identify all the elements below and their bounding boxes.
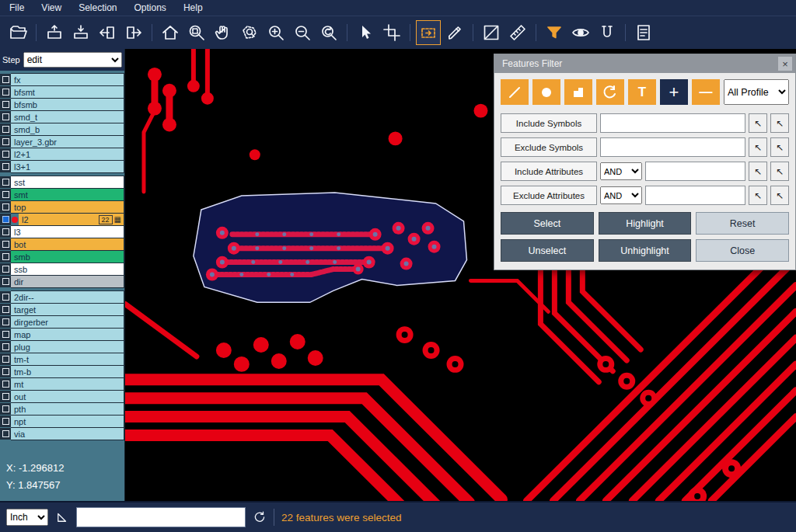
layer-name-cell[interactable]: plug ▦ — [11, 340, 124, 353]
layer-row[interactable]: smd_t ▦ — [0, 111, 124, 123]
layer-name-cell[interactable]: l3+1 ▦ — [11, 160, 124, 173]
highlight-view-button[interactable] — [569, 21, 592, 44]
menu-item-file[interactable]: File — [9, 2, 24, 13]
layer-name-cell[interactable]: sst ▦ — [11, 176, 124, 189]
layer-name-cell[interactable]: target ▦ — [11, 303, 124, 316]
layer-visibility-checkbox[interactable] — [0, 276, 11, 287]
layer-name-cell[interactable]: npt ▦ — [11, 415, 124, 428]
import-down-button[interactable] — [69, 21, 93, 44]
menu-item-help[interactable]: Help — [183, 2, 203, 13]
layer-row[interactable]: smd_b ▦ — [0, 123, 124, 135]
angle-tool-icon[interactable] — [55, 510, 69, 524]
zoom-out-button[interactable] — [291, 21, 314, 44]
layer-name-cell[interactable]: fx ▦ — [11, 73, 124, 86]
layer-row[interactable]: out ▦ — [0, 391, 124, 402]
layer-name-cell[interactable]: l2+1 ▦ — [11, 148, 124, 161]
layer-row[interactable]: bot ▦ — [0, 238, 124, 250]
exclude-attributes-button[interactable]: Exclude Attributes — [501, 186, 597, 205]
layer-row[interactable]: l3 ▦ — [0, 226, 124, 238]
pick-symbol-button[interactable]: ↖ — [749, 113, 767, 133]
include-attributes-logic-select[interactable]: AND — [600, 162, 642, 180]
open-file-button[interactable] — [6, 21, 30, 44]
exclude-symbols-button[interactable]: Exclude Symbols — [501, 137, 597, 157]
line-feature-button[interactable] — [501, 79, 529, 105]
reset-button[interactable]: Reset — [696, 212, 789, 235]
pick-attribute-add-button[interactable]: ↖ — [770, 186, 789, 205]
layer-visibility-checkbox[interactable] — [0, 74, 11, 85]
layer-visibility-checkbox[interactable] — [0, 403, 11, 415]
layer-visibility-checkbox[interactable] — [0, 136, 11, 148]
arc-feature-button[interactable] — [596, 79, 624, 105]
layer-row[interactable]: tm-b ▦ — [0, 366, 124, 377]
exclude-attributes-logic-select[interactable]: AND — [600, 186, 642, 204]
surface-feature-button[interactable] — [564, 79, 592, 105]
layer-row[interactable]: pth ▦ — [0, 403, 124, 415]
layer-name-cell[interactable]: layer_3.gbr ▦ — [11, 135, 124, 148]
layer-visibility-checkbox[interactable] — [0, 341, 11, 353]
layer-name-cell[interactable]: smb ▦ — [11, 250, 124, 263]
layer-visibility-checkbox[interactable] — [0, 353, 11, 365]
layer-name-cell[interactable]: smd_b ▦ — [11, 123, 124, 136]
layer-row[interactable]: top ▦ — [0, 201, 124, 213]
layer-visibility-checkbox[interactable] — [0, 378, 11, 390]
pcb-canvas[interactable]: Features Filter × T + — All Profile Incl… — [125, 49, 796, 501]
include-attributes-input[interactable] — [645, 162, 745, 181]
layer-name-cell[interactable]: pth ▦ — [11, 402, 124, 416]
layer-row[interactable]: ssb ▦ — [0, 263, 124, 275]
layer-visibility-checkbox[interactable] — [0, 123, 11, 135]
layer-row[interactable]: fx ▦ — [0, 74, 124, 85]
filter-button[interactable] — [543, 21, 566, 44]
exclude-symbols-input[interactable] — [600, 137, 745, 157]
dialog-title-bar[interactable]: Features Filter × — [494, 54, 795, 73]
layer-name-cell[interactable]: 2dir-- ▦ — [11, 290, 124, 304]
step-select[interactable]: edit — [23, 52, 122, 68]
layer-name-cell[interactable]: via ▦ — [11, 427, 124, 440]
layer-visibility-checkbox[interactable] — [0, 428, 11, 440]
layer-visibility-checkbox[interactable] — [0, 99, 11, 110]
layer-row[interactable]: map ▦ — [0, 329, 124, 340]
layer-row[interactable]: tm-t ▦ — [0, 353, 124, 365]
layer-visibility-checkbox[interactable] — [0, 86, 11, 98]
dialog-close-button[interactable]: × — [778, 57, 792, 71]
layer-visibility-checkbox[interactable] — [0, 291, 11, 303]
measure-button[interactable] — [480, 21, 503, 44]
pick-attribute-button[interactable]: ↖ — [749, 186, 767, 205]
layer-visibility-checkbox[interactable] — [0, 329, 11, 340]
home-view-button[interactable] — [159, 21, 182, 44]
layer-name-cell[interactable]: l2 22 ▦ — [19, 213, 124, 226]
menu-item-options[interactable]: Options — [134, 2, 166, 13]
layer-row[interactable]: via ▦ — [0, 428, 124, 440]
brush-button[interactable] — [443, 21, 466, 44]
command-input[interactable] — [76, 507, 246, 527]
layer-row[interactable]: npt ▦ — [0, 416, 124, 427]
profile-select[interactable]: All Profile — [724, 79, 789, 105]
layer-name-cell[interactable]: l3 ▦ — [11, 225, 124, 238]
layer-name-cell[interactable]: smd_t ▦ — [11, 110, 124, 123]
pick-symbol-add-button[interactable]: ↖ — [770, 113, 789, 133]
layer-visibility-checkbox[interactable] — [0, 161, 11, 172]
layer-row[interactable]: l2 22 ▦ — [0, 214, 124, 225]
exclude-attributes-input[interactable] — [645, 186, 745, 205]
polarity-positive-button[interactable]: + — [660, 79, 688, 105]
zoom-in-button[interactable] — [264, 21, 288, 44]
layer-name-cell[interactable]: top ▦ — [11, 200, 124, 214]
selection-polygon[interactable] — [194, 193, 467, 302]
highlight-button[interactable]: Highlight — [599, 212, 692, 235]
layer-row[interactable]: plug ▦ — [0, 341, 124, 353]
include-attributes-button[interactable]: Include Attributes — [501, 162, 597, 181]
layer-name-cell[interactable]: tm-t ▦ — [11, 353, 124, 366]
layer-name-cell[interactable]: out ▦ — [11, 390, 124, 403]
zoom-area-button[interactable] — [185, 21, 208, 44]
close-button[interactable]: Close — [696, 239, 789, 262]
refresh-icon[interactable] — [253, 510, 267, 524]
layer-visibility-checkbox[interactable] — [0, 238, 11, 250]
layer-name-cell[interactable]: mt ▦ — [11, 377, 124, 391]
layer-row[interactable]: bfsmb ▦ — [0, 99, 124, 110]
layer-name-cell[interactable]: smt ▦ — [11, 188, 124, 201]
pointer-button[interactable] — [354, 21, 377, 44]
page-left-button[interactable] — [96, 21, 119, 44]
layer-row[interactable]: 2dir-- ▦ — [0, 291, 124, 303]
pick-attribute-add-button[interactable]: ↖ — [770, 162, 789, 181]
layer-name-cell[interactable]: dirgerber ▦ — [11, 315, 124, 329]
layer-visibility-checkbox[interactable] — [0, 111, 11, 123]
